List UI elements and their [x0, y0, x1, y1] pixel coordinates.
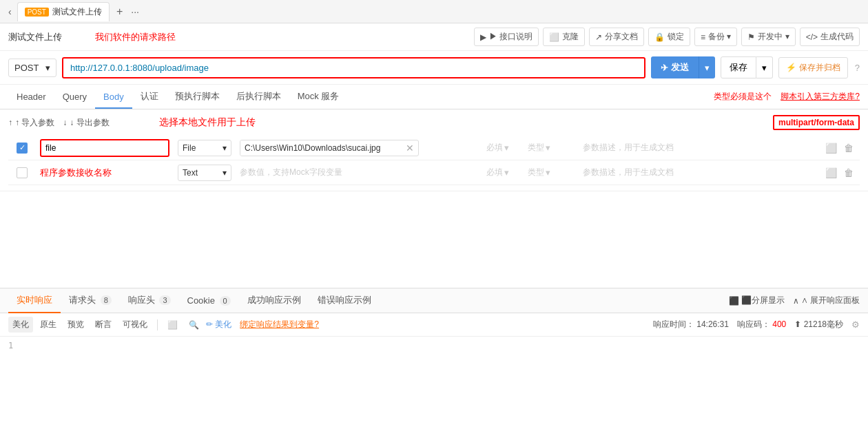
- tab-item-post[interactable]: POST 测试文件上传: [17, 2, 110, 21]
- resp-tab-req-header[interactable]: 请求头 8: [61, 288, 120, 313]
- type-chevron-icon: ▾: [223, 143, 227, 153]
- file-clear-button[interactable]: ✕: [402, 143, 418, 154]
- bind-result-link[interactable]: 绑定响应结果到变量?: [240, 319, 319, 330]
- play-icon: ▶: [480, 32, 486, 42]
- response-settings-button[interactable]: ⚙: [851, 319, 860, 330]
- copy-response-button[interactable]: ⬜: [163, 318, 182, 332]
- resp-tab-error-example[interactable]: 错误响应示例: [309, 288, 380, 313]
- tab-mock[interactable]: Mock 服务: [289, 85, 348, 109]
- tab-add-button[interactable]: +: [112, 4, 127, 19]
- param-1-required-cell: 必填 ▾: [482, 139, 524, 156]
- script-annotation-link[interactable]: 脚本引入第三方类库?: [781, 92, 860, 101]
- send-dropdown-button[interactable]: ▾: [699, 56, 715, 78]
- beautify-tab-button[interactable]: 美化: [8, 317, 33, 333]
- param-2-required-cell: 必填 ▾: [482, 164, 524, 181]
- back-button[interactable]: ‹: [6, 5, 14, 19]
- clone-button[interactable]: ⬜ 克隆: [543, 28, 585, 46]
- visualize-tab-button[interactable]: 可视化: [118, 317, 152, 333]
- req-header-badge: 8: [101, 295, 112, 305]
- import-label: ↑ 导入参数: [15, 117, 54, 129]
- param-2-type-cell: Text ▾: [174, 162, 236, 184]
- import-params-button[interactable]: ↑ ↑ 导入参数: [8, 117, 54, 129]
- export-params-button[interactable]: ↓ ↓ 导出参数: [63, 117, 109, 129]
- req-header-label: 请求头: [69, 295, 96, 305]
- save-archive-icon: ⚡: [786, 63, 796, 72]
- param-1-type-select[interactable]: File ▾: [178, 140, 231, 156]
- resp-header-badge: 3: [159, 295, 170, 305]
- param-2-desc-cell: 参数描述，用于生成文档: [579, 164, 825, 181]
- dev-status-button[interactable]: ⚑ 开发中 ▾: [741, 28, 795, 46]
- file-input-group: C:\Users\Win10\Downloads\sucai.jpg ✕: [240, 140, 419, 156]
- type2-chevron-icon: ▾: [546, 143, 550, 153]
- param-2-copy-button[interactable]: ⬜: [823, 166, 839, 180]
- split-view-button[interactable]: ⬛ ⬛分屏显示: [729, 295, 785, 306]
- save-label: 保存: [730, 61, 747, 74]
- line-number: 1: [8, 341, 13, 350]
- cookie-label: Cookie: [187, 295, 215, 306]
- backup-button[interactable]: ≡ 备份 ▾: [694, 28, 737, 46]
- send-icon: ✈: [661, 63, 668, 73]
- param-2-type-select[interactable]: Text ▾: [178, 165, 231, 181]
- search-response-button[interactable]: 🔍: [185, 318, 203, 332]
- import-icon: ↑: [8, 118, 12, 127]
- tab-more-button[interactable]: ···: [127, 5, 143, 19]
- param-2-name-annotation: 程序参数接收名称: [40, 167, 112, 179]
- save-archive-button[interactable]: ⚡ 保存并归档: [778, 57, 847, 78]
- expand-panel-button[interactable]: ∧ ∧ 展开响应面板: [793, 295, 860, 306]
- toolbar-annotation: 我们软件的请求路径: [95, 31, 176, 43]
- send-label: 发送: [671, 61, 689, 74]
- resp-tab-realtime[interactable]: 实时响应: [8, 288, 61, 313]
- preview-tab-button[interactable]: 预览: [63, 317, 88, 333]
- resp-tab-cookie[interactable]: Cookie 0: [179, 290, 239, 313]
- beautify-action-button[interactable]: ✏ 美化: [206, 319, 231, 330]
- send-button[interactable]: ✈ 发送: [651, 56, 699, 78]
- save-dropdown-button[interactable]: ▾: [756, 56, 773, 78]
- lock-icon: 🔒: [654, 32, 665, 42]
- tab-header[interactable]: Header: [8, 86, 54, 109]
- flag-icon: ⚑: [747, 32, 755, 42]
- response-time: 响应时间： 14:26:31: [653, 319, 729, 330]
- resp-tab-resp-header[interactable]: 响应头 3: [120, 288, 179, 313]
- save-button[interactable]: 保存: [721, 56, 756, 78]
- param-1-delete-button[interactable]: 🗑: [842, 141, 856, 155]
- tab-post-script[interactable]: 后执行脚本: [228, 85, 289, 109]
- toolbar-divider: [157, 319, 158, 330]
- url-input[interactable]: [62, 57, 645, 78]
- checkbox-unchecked-icon: [17, 167, 28, 178]
- share-icon: ↗: [595, 32, 602, 42]
- tab-query[interactable]: Query: [54, 86, 95, 109]
- code-value: 400: [772, 319, 786, 329]
- gen-code-button[interactable]: </> 生成代码: [800, 28, 860, 46]
- help-icon[interactable]: ?: [855, 63, 860, 73]
- share-button[interactable]: ↗ 分享文档: [589, 28, 644, 46]
- method-select[interactable]: POST ▾: [8, 59, 56, 77]
- tabs-annotation: 类型必须是这个 脚本引入第三方类库?: [705, 91, 868, 103]
- file-path-value: C:\Users\Win10\Downloads\sucai.jpg: [240, 140, 402, 156]
- tab-body[interactable]: Body: [95, 86, 132, 109]
- assert-tab-button[interactable]: 断言: [91, 317, 116, 333]
- clone-icon: ⬜: [549, 32, 559, 42]
- tab-auth[interactable]: 认证: [132, 85, 167, 109]
- resp-tab-success-example[interactable]: 成功响应示例: [239, 288, 309, 313]
- param-2-check[interactable]: [8, 165, 36, 181]
- lock-button[interactable]: 🔒 锁定: [648, 28, 690, 46]
- tab-pre-script[interactable]: 预执行脚本: [167, 85, 228, 109]
- method-chevron-icon: ▾: [45, 63, 50, 73]
- param-2-required-text: 必填: [486, 167, 503, 178]
- raw-tab-button[interactable]: 原生: [36, 317, 61, 333]
- resp-header-label: 响应头: [128, 295, 155, 305]
- param-1-copy-button[interactable]: ⬜: [823, 141, 839, 155]
- param-1-required-text: 必填: [486, 142, 503, 154]
- interface-desc-button[interactable]: ▶ ▶ 接口说明: [474, 28, 539, 46]
- url-bar: POST ▾ ✈ 发送 ▾ 保存 ▾ ⚡ 保存并归档 ?: [0, 51, 868, 85]
- param-1-name-input[interactable]: [40, 139, 169, 157]
- param-1-check[interactable]: [8, 140, 36, 156]
- backup-label: 备份 ▾: [708, 31, 731, 43]
- response-code: 响应码： 400: [737, 319, 786, 330]
- response-size: ⬆ 21218毫秒: [794, 319, 843, 330]
- param-2-delete-button[interactable]: 🗑: [842, 166, 856, 180]
- toolbar-title: 测试文件上传: [8, 31, 62, 43]
- param-2-value-cell: 参数值，支持Mock字段变量: [236, 164, 482, 181]
- param-1-type-value: File: [183, 143, 196, 153]
- interface-desc-label: ▶ 接口说明: [489, 31, 533, 43]
